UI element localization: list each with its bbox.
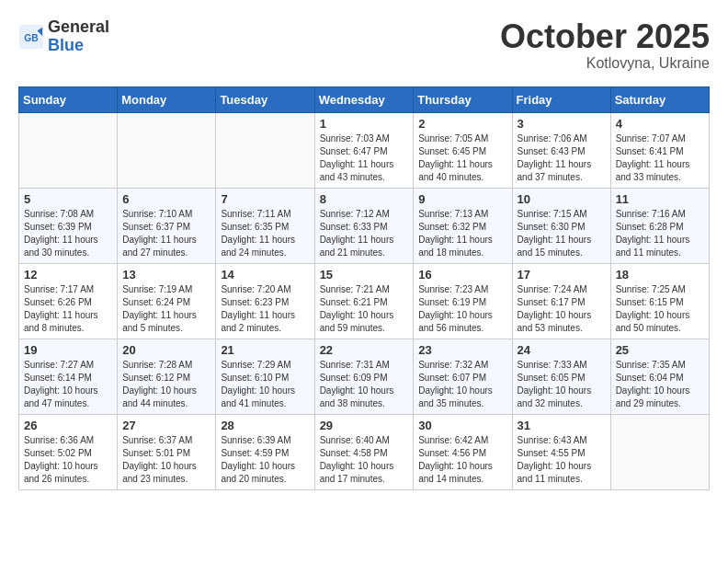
svg-text:GB: GB [24,32,38,42]
location: Kotlovyna, Ukraine [500,55,710,72]
calendar-cell: 29Sunrise: 6:40 AMSunset: 4:58 PMDayligh… [314,414,414,489]
week-row-3: 12Sunrise: 7:17 AMSunset: 6:26 PMDayligh… [19,263,710,339]
day-info: Sunrise: 7:35 AMSunset: 6:04 PMDaylight:… [616,359,704,410]
calendar-cell: 17Sunrise: 7:24 AMSunset: 6:17 PMDayligh… [512,263,610,339]
day-number: 31 [518,419,606,432]
day-number: 15 [320,268,409,282]
day-number: 22 [320,343,409,357]
day-info: Sunrise: 7:03 AMSunset: 6:47 PMDaylight:… [320,132,409,184]
calendar-cell: 5Sunrise: 7:08 AMSunset: 6:39 PMDaylight… [19,188,118,263]
calendar-cell [118,112,216,188]
day-number: 18 [616,268,704,282]
day-number: 8 [320,192,409,206]
day-info: Sunrise: 7:29 AMSunset: 6:10 PMDaylight:… [221,359,309,410]
day-info: Sunrise: 7:28 AMSunset: 6:12 PMDaylight:… [122,359,210,410]
weekday-header-row: SundayMondayTuesdayWednesdayThursdayFrid… [19,86,710,112]
calendar-cell: 22Sunrise: 7:31 AMSunset: 6:09 PMDayligh… [314,339,414,414]
calendar: SundayMondayTuesdayWednesdayThursdayFrid… [18,86,710,490]
day-info: Sunrise: 6:37 AMSunset: 5:01 PMDaylight:… [122,434,210,486]
calendar-cell: 12Sunrise: 7:17 AMSunset: 6:26 PMDayligh… [19,263,118,339]
day-number: 12 [24,268,112,282]
calendar-cell: 13Sunrise: 7:19 AMSunset: 6:24 PMDayligh… [118,263,216,339]
calendar-cell: 9Sunrise: 7:13 AMSunset: 6:32 PMDaylight… [414,188,512,263]
calendar-cell [610,414,709,489]
day-info: Sunrise: 6:39 AMSunset: 4:59 PMDaylight:… [221,434,309,486]
calendar-cell: 30Sunrise: 6:42 AMSunset: 4:56 PMDayligh… [414,414,512,489]
logo-text: General Blue [48,18,109,55]
page-header: GB General Blue October 2025 Kotlovyna, … [18,18,710,72]
calendar-cell: 11Sunrise: 7:16 AMSunset: 6:28 PMDayligh… [610,188,709,263]
day-info: Sunrise: 7:32 AMSunset: 6:07 PMDaylight:… [418,359,506,410]
day-number: 3 [518,117,606,131]
day-number: 2 [418,117,506,131]
day-number: 9 [418,192,506,206]
week-row-2: 5Sunrise: 7:08 AMSunset: 6:39 PMDaylight… [19,188,710,263]
day-info: Sunrise: 7:11 AMSunset: 6:35 PMDaylight:… [221,208,309,259]
day-number: 6 [122,192,210,206]
week-row-5: 26Sunrise: 6:36 AMSunset: 5:02 PMDayligh… [19,414,710,489]
day-info: Sunrise: 7:10 AMSunset: 6:37 PMDaylight:… [122,208,210,259]
calendar-cell: 2Sunrise: 7:05 AMSunset: 6:45 PMDaylight… [414,112,512,188]
day-number: 11 [616,192,704,206]
calendar-cell: 15Sunrise: 7:21 AMSunset: 6:21 PMDayligh… [314,263,414,339]
calendar-cell: 10Sunrise: 7:15 AMSunset: 6:30 PMDayligh… [512,188,610,263]
day-info: Sunrise: 7:13 AMSunset: 6:32 PMDaylight:… [418,208,506,259]
month-title: October 2025 [500,18,710,55]
weekday-header-wednesday: Wednesday [314,86,414,112]
calendar-cell: 26Sunrise: 6:36 AMSunset: 5:02 PMDayligh… [19,414,118,489]
day-info: Sunrise: 7:23 AMSunset: 6:19 PMDaylight:… [418,283,506,335]
weekday-header-monday: Monday [118,86,216,112]
calendar-cell: 4Sunrise: 7:07 AMSunset: 6:41 PMDaylight… [610,112,709,188]
day-number: 26 [24,419,112,432]
calendar-cell [216,112,314,188]
day-number: 20 [122,343,210,357]
day-number: 7 [221,192,309,206]
week-row-1: 1Sunrise: 7:03 AMSunset: 6:47 PMDaylight… [19,112,710,188]
calendar-cell: 3Sunrise: 7:06 AMSunset: 6:43 PMDaylight… [512,112,610,188]
title-block: October 2025 Kotlovyna, Ukraine [500,18,710,72]
calendar-cell: 21Sunrise: 7:29 AMSunset: 6:10 PMDayligh… [216,339,314,414]
calendar-cell: 16Sunrise: 7:23 AMSunset: 6:19 PMDayligh… [414,263,512,339]
day-info: Sunrise: 7:19 AMSunset: 6:24 PMDaylight:… [122,283,210,335]
day-number: 23 [418,343,506,357]
day-info: Sunrise: 6:36 AMSunset: 5:02 PMDaylight:… [24,434,112,486]
day-number: 16 [418,268,506,282]
day-info: Sunrise: 7:17 AMSunset: 6:26 PMDaylight:… [24,283,112,335]
logo: GB General Blue [18,18,109,55]
calendar-cell: 14Sunrise: 7:20 AMSunset: 6:23 PMDayligh… [216,263,314,339]
day-info: Sunrise: 7:21 AMSunset: 6:21 PMDaylight:… [320,283,409,335]
day-number: 1 [320,117,409,131]
day-info: Sunrise: 7:33 AMSunset: 6:05 PMDaylight:… [518,359,606,410]
day-number: 14 [221,268,309,282]
day-info: Sunrise: 7:06 AMSunset: 6:43 PMDaylight:… [518,132,606,184]
calendar-cell: 28Sunrise: 6:39 AMSunset: 4:59 PMDayligh… [216,414,314,489]
weekday-header-tuesday: Tuesday [216,86,314,112]
day-number: 29 [320,419,409,432]
day-number: 30 [418,419,506,432]
calendar-cell: 6Sunrise: 7:10 AMSunset: 6:37 PMDaylight… [118,188,216,263]
day-number: 17 [518,268,606,282]
week-row-4: 19Sunrise: 7:27 AMSunset: 6:14 PMDayligh… [19,339,710,414]
day-number: 19 [24,343,112,357]
day-number: 4 [616,117,704,131]
calendar-cell: 27Sunrise: 6:37 AMSunset: 5:01 PMDayligh… [118,414,216,489]
day-info: Sunrise: 7:25 AMSunset: 6:15 PMDaylight:… [616,283,704,335]
day-number: 27 [122,419,210,432]
day-info: Sunrise: 7:31 AMSunset: 6:09 PMDaylight:… [320,359,409,410]
day-number: 21 [221,343,309,357]
calendar-cell [19,112,118,188]
day-number: 5 [24,192,112,206]
calendar-cell: 19Sunrise: 7:27 AMSunset: 6:14 PMDayligh… [19,339,118,414]
logo-icon: GB [18,24,44,50]
day-info: Sunrise: 6:42 AMSunset: 4:56 PMDaylight:… [418,434,506,486]
day-number: 24 [518,343,606,357]
calendar-cell: 25Sunrise: 7:35 AMSunset: 6:04 PMDayligh… [610,339,709,414]
calendar-cell: 18Sunrise: 7:25 AMSunset: 6:15 PMDayligh… [610,263,709,339]
calendar-cell: 7Sunrise: 7:11 AMSunset: 6:35 PMDaylight… [216,188,314,263]
logo-general: General [48,17,109,36]
calendar-cell: 20Sunrise: 7:28 AMSunset: 6:12 PMDayligh… [118,339,216,414]
day-info: Sunrise: 7:27 AMSunset: 6:14 PMDaylight:… [24,359,112,410]
calendar-cell: 23Sunrise: 7:32 AMSunset: 6:07 PMDayligh… [414,339,512,414]
weekday-header-saturday: Saturday [610,86,709,112]
day-info: Sunrise: 6:40 AMSunset: 4:58 PMDaylight:… [320,434,409,486]
